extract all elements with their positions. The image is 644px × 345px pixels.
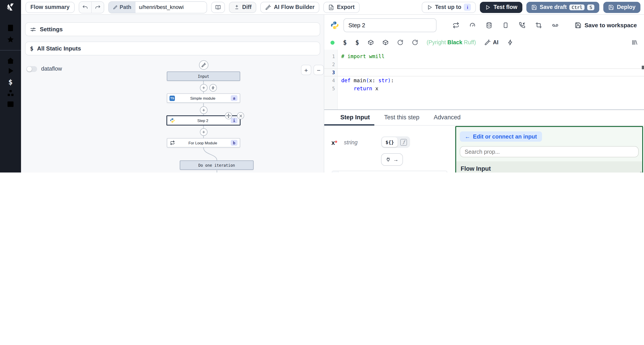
trigger-bolt-button[interactable]	[209, 84, 217, 92]
flow-node-simple-module[interactable]: TS Simple module a	[167, 93, 240, 103]
python-icon	[330, 21, 339, 29]
path-field-group: Path	[108, 1, 207, 13]
flow-node-do-one-iteration[interactable]: Do one iteration	[180, 160, 254, 170]
step-name-input[interactable]	[344, 18, 436, 32]
home-icon[interactable]	[6, 56, 15, 65]
schedules-calendar-icon[interactable]	[6, 100, 15, 108]
package-icon[interactable]	[368, 39, 374, 45]
path-label[interactable]: Path	[108, 1, 135, 13]
insert-step-button[interactable]	[200, 128, 208, 136]
undo-redo-group	[78, 1, 104, 13]
wand-icon	[266, 4, 271, 10]
database-icon[interactable]	[486, 22, 492, 28]
panel-scrollbar[interactable]	[640, 172, 642, 172]
repeat-loop-icon	[170, 140, 175, 145]
pencil-icon	[112, 5, 118, 9]
dollar-icon[interactable]: $	[355, 39, 359, 46]
diff-button[interactable]: Diff	[229, 1, 256, 13]
library-icon[interactable]	[632, 39, 638, 45]
all-static-inputs-row[interactable]: $ All Static Inputs	[25, 41, 320, 55]
repeat-icon[interactable]	[452, 22, 459, 28]
zap-icon[interactable]	[507, 39, 513, 45]
save-icon	[575, 22, 582, 28]
plug-icon	[386, 157, 391, 162]
save-to-workspace-button[interactable]: Save to workspace	[575, 22, 640, 28]
undo-button[interactable]	[79, 1, 91, 13]
flow-docs-button[interactable]	[211, 1, 225, 13]
zoom-out-button[interactable]: −	[314, 65, 324, 75]
edit-or-connect-button[interactable]: ←Edit or connect an input	[460, 131, 542, 142]
step-header-icons	[452, 22, 558, 28]
book-open-icon	[215, 4, 221, 10]
resources-boxes-icon[interactable]	[6, 89, 15, 97]
flow-settings-row[interactable]: Settings	[25, 22, 320, 36]
section-flow-input: Flow Input	[461, 165, 642, 172]
windmill-logo[interactable]	[0, 0, 21, 15]
status-dot	[330, 40, 334, 44]
flow-node-input[interactable]: Input	[167, 71, 240, 81]
dataflow-toggle-row: dataflow	[26, 66, 62, 72]
crop-frame-icon[interactable]	[535, 22, 542, 28]
editor-scrollbar[interactable]	[642, 66, 644, 69]
package-icon[interactable]	[382, 39, 389, 45]
dataflow-toggle[interactable]	[26, 66, 37, 72]
flow-node-for-loop[interactable]: For Loop Module b	[167, 138, 240, 147]
runs-play-icon[interactable]	[6, 67, 15, 75]
code-editor[interactable]: 1# import wmill 2 3 4def main(x: str): 5…	[324, 50, 644, 110]
gauge-icon[interactable]	[469, 22, 476, 28]
tab-step-input[interactable]: Step Input	[333, 114, 377, 125]
arg-value-input[interactable]	[332, 171, 447, 172]
phone-incoming-icon[interactable]	[519, 22, 526, 28]
insert-step-button[interactable]	[200, 106, 208, 114]
connect-input-button[interactable]: →	[381, 153, 403, 166]
search-prop-input[interactable]	[460, 146, 639, 157]
move-step-button[interactable]	[225, 112, 232, 119]
save-draft-button[interactable]: Save draft Ctrl S	[526, 1, 599, 13]
test-flow-button[interactable]: Test flow	[480, 1, 522, 13]
deploy-button[interactable]: Deploy	[604, 1, 640, 13]
function-mode-button[interactable]: ƒ	[398, 137, 409, 147]
code-line-active: 3	[324, 68, 644, 76]
typescript-icon: TS	[170, 95, 175, 101]
app-sidebar: $	[0, 0, 21, 172]
editor-toolbar: $ $ (Pyright Black Ruff) AI	[324, 35, 644, 50]
ai-assistant-button[interactable]: AI	[484, 39, 498, 45]
rotate-cw-icon[interactable]	[397, 39, 404, 45]
plus-minus-icon	[234, 4, 240, 10]
ai-step-wand-button[interactable]	[199, 60, 208, 70]
language-assistants-label: (Pyright Black Ruff)	[427, 39, 476, 45]
arg-name-label: x*	[332, 139, 338, 146]
windmill-flow-editor: $ Flow summary Path Diff AI	[0, 0, 644, 172]
dollar-icon[interactable]: $	[343, 39, 347, 46]
ai-flow-builder-button[interactable]: AI Flow Builder	[260, 1, 320, 13]
zoom-in-button[interactable]: +	[301, 65, 311, 75]
tab-test-this-step[interactable]: Test this step	[377, 114, 427, 125]
template-mode-button[interactable]: ${}	[382, 137, 398, 147]
code-line: 5 return x	[324, 84, 644, 92]
redo-button[interactable]	[91, 1, 104, 13]
step-id-badge: i	[464, 3, 471, 11]
kbd-s: S	[588, 4, 594, 10]
mobile-rect-icon[interactable]	[502, 22, 509, 28]
star-icon[interactable]	[6, 35, 15, 44]
flow-graph-panel: Settings $ All Static Inputs dataflow + …	[21, 15, 324, 172]
delete-step-button[interactable]	[237, 112, 244, 119]
rotate-cw-icon[interactable]	[412, 39, 418, 45]
test-up-to-button[interactable]: Test up to i	[422, 1, 476, 13]
connect-input-panel: ←Edit or connect an input Flow Input Ema…	[455, 126, 643, 172]
kbd-ctrl: Ctrl	[569, 4, 584, 10]
export-button[interactable]: Export	[324, 1, 360, 13]
code-line: 1# import wmill	[324, 52, 644, 60]
tab-advanced[interactable]: Advanced	[427, 114, 468, 125]
voicemail-icon[interactable]	[552, 22, 558, 28]
variables-dollar-icon[interactable]: $	[6, 78, 15, 86]
path-input[interactable]	[135, 1, 206, 13]
sidebar-divider	[0, 50, 21, 50]
save-icon	[608, 4, 614, 10]
arg-type-label: string	[344, 139, 358, 146]
python-icon	[170, 118, 175, 123]
building-icon[interactable]	[6, 24, 15, 32]
insert-step-button[interactable]	[200, 84, 208, 92]
wand-icon	[484, 39, 490, 45]
flow-summary-button[interactable]: Flow summary	[26, 1, 74, 13]
